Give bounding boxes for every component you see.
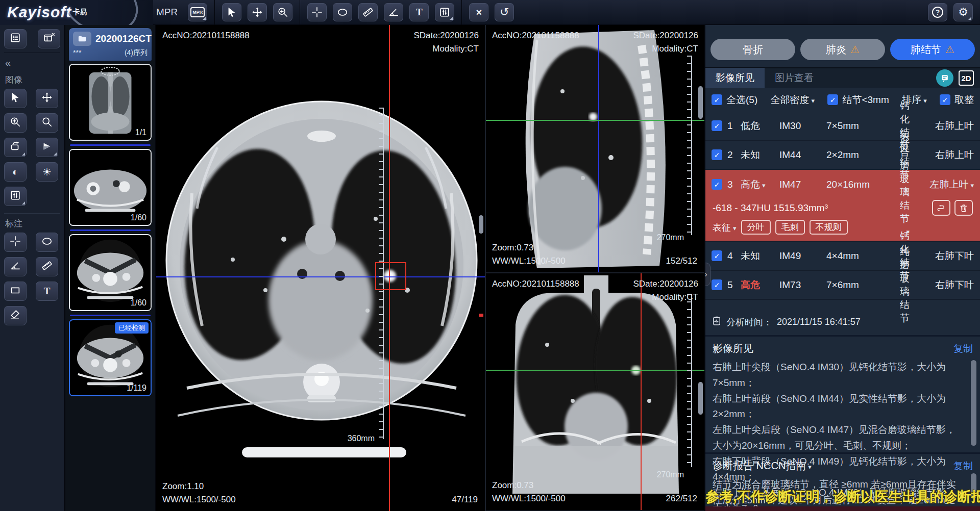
coronal-crosshair-horizontal[interactable] (486, 370, 704, 371)
nodule-row-5[interactable]: ✓ 5 高危 IM73 7×6mm 纯磨玻璃结节 右肺下叶 (705, 271, 980, 300)
axial-zoom: Zoom:1.10 (162, 480, 236, 493)
thumbnail-slice-count: 1/1 (135, 128, 146, 137)
brightness-side-button[interactable]: ☀ (36, 162, 58, 182)
settings-button[interactable]: ⚙ (953, 3, 973, 21)
pointer-tool-side-button[interactable] (4, 89, 27, 108)
window-level-button[interactable] (435, 3, 454, 21)
study-header[interactable]: 20200126CT *** (4)序列 (69, 28, 152, 61)
round-label[interactable]: 取整 (954, 93, 974, 107)
mode-lung-nodule-button[interactable]: 肺结节 ⚠ (890, 39, 975, 60)
nodule-checkbox[interactable]: ✓ (712, 149, 722, 160)
axial-slice-scrollbar[interactable] (479, 215, 483, 234)
magnify-side-button[interactable] (36, 113, 58, 133)
follow-up-curve-button[interactable] (932, 200, 950, 216)
window-level-side-button[interactable] (4, 187, 27, 206)
crosshair-tool-button[interactable] (307, 3, 327, 21)
series-list-button[interactable] (4, 29, 27, 48)
coronal-slice-scrollbar[interactable] (698, 382, 703, 415)
collapse-sidebar-button[interactable]: « (4, 53, 60, 70)
thumbnail-separator (70, 229, 151, 231)
toolbar-separator (461, 0, 462, 25)
study-stars: *** (73, 48, 81, 58)
sagittal-viewport[interactable]: 270mm AccNO:202101158888 SDate:20200126 … (486, 25, 704, 273)
nodule-risk-dropdown[interactable]: 高危▾ (741, 178, 779, 191)
findings-copy-button[interactable]: 复制 (953, 342, 973, 355)
2d-mode-icon[interactable]: 2D (959, 70, 974, 86)
tab-image-view[interactable]: 图片查看 (765, 68, 824, 88)
tab-image-findings[interactable]: 影像所见 (705, 68, 765, 88)
eraser-annotate-button[interactable] (4, 306, 27, 325)
nodule-row-2[interactable]: ✓ 2 未知 IM44 2×2mm 实性结节 右肺上叶 (705, 141, 980, 170)
trait-chip-spiculated[interactable]: 毛刺 (775, 220, 805, 235)
findings-scrollbar[interactable] (971, 360, 976, 446)
mpr-layout-button[interactable]: MPR (188, 3, 207, 21)
mode-fracture-button[interactable]: 骨折 (710, 39, 795, 60)
report-copy-button[interactable]: 复制 (953, 459, 973, 473)
mode-pneumonia-button[interactable]: 肺炎 ⚠ (800, 39, 885, 60)
nodule-checkbox[interactable]: ✓ (712, 120, 722, 131)
clear-annotations-button[interactable]: × (469, 3, 488, 21)
reset-rotate-button[interactable]: ↺ (495, 3, 514, 21)
rotate-side-button[interactable] (4, 138, 27, 157)
small-nodule-checkbox[interactable]: ✓ (827, 94, 838, 105)
axial-crosshair-horizontal[interactable] (156, 276, 485, 277)
nodule-checkbox[interactable]: ✓ (712, 279, 722, 290)
help-button[interactable]: ? (928, 3, 947, 21)
ellipse-icon (41, 236, 53, 249)
angle-annotate-button[interactable] (4, 257, 27, 276)
nodule-location-dropdown[interactable]: 左肺上叶▾ (923, 178, 974, 191)
nodule-row-3-selected[interactable]: ✓ 3 高危▾ IM47 20×16mm 混合磨玻璃结节▾ 左肺上叶▾ -618… (705, 170, 980, 242)
sagittal-crosshair-horizontal[interactable] (486, 120, 704, 121)
text-tool-button[interactable]: T (409, 3, 429, 21)
density-dropdown[interactable]: 全部密度▾ (771, 93, 815, 107)
traits-dropdown[interactable]: 表征▾ (713, 221, 737, 234)
mode-label: 肺炎 (826, 43, 846, 57)
small-nodule-label[interactable]: 结节<3mm (842, 93, 889, 107)
ellipse-annotate-button[interactable] (36, 233, 58, 252)
coronal-viewport[interactable]: 270mm AccNO:202101158888 SDate:20200126 … (486, 273, 704, 510)
sagittal-slice-scrollbar[interactable] (698, 86, 703, 119)
pan-tool-button[interactable] (248, 3, 267, 21)
select-all-checkbox[interactable]: ✓ (712, 94, 722, 105)
report-chat-icon[interactable] (936, 69, 953, 87)
angle-tool-button[interactable] (384, 3, 403, 21)
nodule-type: 纯磨玻璃结节 (898, 245, 923, 325)
zoom-in-side-button[interactable] (4, 113, 27, 133)
nodule-image-index: IM47 (779, 179, 826, 190)
panel-collapse-handle[interactable]: › (705, 263, 710, 286)
ruler-annotate-button[interactable] (36, 257, 58, 276)
folder-icon[interactable] (73, 32, 91, 46)
crosshair-annotate-button[interactable] (4, 233, 27, 252)
nodule-row-1[interactable]: ✓ 1 低危 IM30 7×5mm 钙化结节 右肺上叶 (705, 112, 980, 141)
invert-side-button[interactable]: ◐ (4, 162, 27, 182)
nodule-checkbox[interactable]: ✓ (712, 250, 722, 261)
pointer-tool-button[interactable] (222, 3, 241, 21)
close-layout-button[interactable] (38, 29, 60, 48)
app-window: Kayisoft 卡易 MPR MPR T (0, 0, 980, 511)
coronal-modality: Modality:CT (633, 291, 698, 304)
select-all-label[interactable]: 全选(5) (726, 93, 757, 107)
nodule-row-4[interactable]: ✓ 4 未知 IM49 4×4mm 钙化结节 右肺下叶 (705, 242, 980, 271)
report-title-dropdown[interactable]: 诊断报告 NCCN指南▾ (713, 459, 812, 473)
axial-viewport[interactable]: 360mm AccNO:202101158888 SDate:20200126 … (156, 25, 486, 511)
rectangle-annotate-button[interactable] (4, 282, 27, 301)
coronal-crosshair-vertical[interactable] (641, 273, 642, 510)
thumbnail-series-3[interactable]: 1/60 (69, 234, 152, 311)
ruler-tool-button[interactable] (358, 3, 378, 21)
nodule-checkbox[interactable]: ✓ (712, 179, 722, 190)
trait-chip-lobulated[interactable]: 分叶 (741, 220, 771, 235)
pan-tool-side-button[interactable] (36, 89, 58, 108)
ellipse-tool-button[interactable] (333, 3, 352, 21)
thumbnail-scout[interactable]: 1/1 (69, 64, 152, 141)
thumbnail-series-2[interactable]: 1/60 (69, 149, 152, 226)
text-annotate-button[interactable]: T (36, 282, 58, 301)
thumbnail-series-4-selected[interactable]: 已经检测 1/119 (69, 319, 152, 396)
nodule-roi-box[interactable] (375, 262, 406, 290)
nodule-type-dropdown[interactable]: 混合磨玻璃结节▾ (898, 133, 923, 237)
flip-side-button[interactable] (36, 138, 58, 157)
sagittal-crosshair-vertical[interactable] (598, 25, 599, 272)
zoom-tool-button[interactable] (273, 3, 292, 21)
round-checkbox[interactable]: ✓ (940, 94, 950, 105)
delete-nodule-button[interactable] (954, 200, 973, 216)
trait-chip-irregular[interactable]: 不规则 (810, 220, 848, 235)
